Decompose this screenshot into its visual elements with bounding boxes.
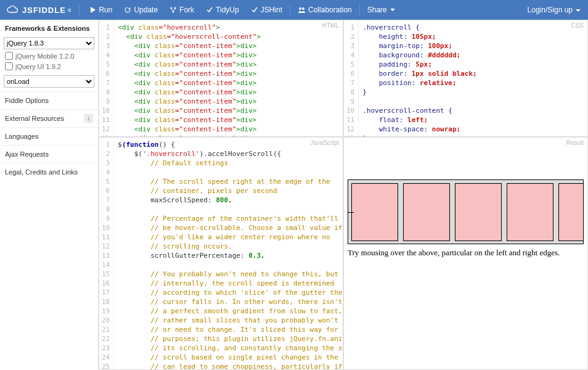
- jshint-label: JSHint: [261, 6, 282, 14]
- sidebar-legal[interactable]: Legal, Credits and Links: [0, 163, 98, 181]
- result-caption: Try mousing over the above, particular o…: [348, 248, 584, 258]
- pane-label-html: HTML: [322, 22, 339, 29]
- check-icon: [206, 7, 213, 13]
- pane-label-result: Result: [566, 139, 584, 146]
- separator: [359, 4, 360, 16]
- js-editor[interactable]: 1234567891011121314151617181920212223242…: [99, 138, 343, 369]
- framework-select[interactable]: jQuery 1.8.3: [4, 37, 94, 49]
- content-item: [558, 183, 584, 241]
- label: Ajax Requests: [5, 150, 49, 158]
- toolbar-right: Login/Sign up: [520, 0, 588, 20]
- hoverscroll-demo[interactable]: ⊢: [348, 179, 584, 244]
- label: Legal, Credits and Links: [5, 168, 78, 176]
- sidebar: Frameworks & Extensions jQuery 1.8.3 jQu…: [0, 20, 99, 370]
- cloud-icon: [6, 5, 22, 15]
- pane-label-js: JavaScript: [310, 139, 339, 146]
- svg-point-3: [299, 7, 301, 10]
- separator: [79, 4, 80, 16]
- line-gutter: 12345678910111213: [344, 20, 359, 136]
- refresh-icon: [125, 7, 131, 13]
- svg-point-4: [302, 7, 304, 10]
- arrow-left-icon: ⊢: [348, 207, 354, 217]
- logo[interactable]: JSFIDDLE α: [0, 5, 78, 15]
- run-label: Run: [99, 6, 112, 14]
- ext-jquery-mobile[interactable]: jQuery Mobile 1.2.0: [0, 51, 98, 61]
- login-button[interactable]: Login/Sign up: [520, 0, 588, 20]
- tidy-label: TidyUp: [216, 6, 239, 14]
- line-gutter: 12345678910111213: [99, 20, 114, 136]
- play-icon: [91, 7, 96, 13]
- people-icon: [298, 7, 305, 13]
- ext-jquery-ui[interactable]: jQuery UI 1.9.2: [0, 61, 98, 72]
- hoverscroll-content: [351, 183, 580, 241]
- label: Languages: [5, 133, 38, 140]
- content-item: [455, 183, 502, 241]
- top-toolbar: JSFIDDLE α Run Update Fork TidyUp JSHint…: [0, 0, 588, 20]
- code-lines[interactable]: <div class="hoverscroll"> <div class="ho…: [114, 20, 343, 136]
- collaboration-button[interactable]: Collaboration: [292, 0, 358, 20]
- css-pane[interactable]: CSS 12345678910111213 .hoverscroll { hei…: [343, 20, 588, 137]
- js-pane[interactable]: JavaScript 12345678910111213141516171819…: [99, 137, 343, 370]
- fork-icon: [170, 7, 176, 13]
- collab-label: Collaboration: [308, 6, 352, 14]
- content-item: [403, 183, 450, 241]
- fork-label: Fork: [179, 6, 194, 14]
- html-editor[interactable]: 12345678910111213 <div class="hoverscrol…: [99, 20, 343, 136]
- brand-text: JSFIDDLE: [22, 6, 66, 15]
- toolbar-actions: Run Update Fork TidyUp JSHint Collaborat…: [84, 0, 401, 20]
- count-badge: 1: [84, 114, 93, 123]
- share-label: Share: [367, 6, 387, 14]
- tidyup-button[interactable]: TidyUp: [200, 0, 245, 20]
- alpha-badge: α: [68, 7, 72, 13]
- separator: [290, 4, 290, 16]
- editor-panes: HTML 12345678910111213 <div class="hover…: [99, 20, 588, 370]
- css-editor[interactable]: 12345678910111213 .hoverscroll { height:…: [344, 20, 587, 136]
- content-item: [351, 183, 398, 241]
- chevron-down-icon: [576, 6, 581, 14]
- result-body: ⊢ Try mousing over the above, particular…: [344, 138, 587, 261]
- content-item: [507, 183, 553, 241]
- checkbox[interactable]: [5, 62, 13, 70]
- code-lines[interactable]: $(function() { $('.hoverscroll').accelHo…: [114, 138, 343, 369]
- result-pane: Result ⊢ Try mousing over the above, par…: [343, 137, 588, 370]
- sidebar-external-resources[interactable]: External Resources1: [0, 109, 98, 127]
- check-icon: [251, 7, 258, 13]
- update-label: Update: [134, 6, 158, 14]
- sidebar-fiddle-options[interactable]: Fiddle Options: [0, 91, 98, 109]
- jshint-button[interactable]: JSHint: [245, 0, 288, 20]
- label: External Resources: [5, 115, 64, 122]
- html-pane[interactable]: HTML 12345678910111213 <div class="hover…: [99, 20, 343, 137]
- ext1-label: jQuery Mobile 1.2.0: [15, 52, 74, 60]
- run-button[interactable]: Run: [84, 0, 118, 20]
- checkbox[interactable]: [5, 52, 13, 60]
- main-layout: Frameworks & Extensions jQuery 1.8.3 jQu…: [0, 20, 588, 370]
- label: Fiddle Options: [5, 97, 49, 104]
- ext2-label: jQuery UI 1.9.2: [15, 63, 61, 70]
- line-gutter: 1234567891011121314151617181920212223242…: [99, 138, 114, 369]
- update-button[interactable]: Update: [118, 0, 164, 20]
- frameworks-heading: Frameworks & Extensions: [0, 20, 98, 36]
- chevron-down-icon: [390, 9, 395, 12]
- sidebar-ajax-requests[interactable]: Ajax Requests: [0, 145, 98, 163]
- fork-button[interactable]: Fork: [164, 0, 200, 20]
- onload-select[interactable]: onLoad: [4, 75, 94, 88]
- share-button[interactable]: Share: [361, 0, 401, 20]
- sidebar-languages[interactable]: Languages: [0, 127, 98, 145]
- login-label: Login/Sign up: [528, 6, 573, 14]
- code-lines[interactable]: .hoverscroll { height: 105px; margin-top…: [359, 20, 587, 136]
- pane-label-css: CSS: [571, 22, 584, 29]
